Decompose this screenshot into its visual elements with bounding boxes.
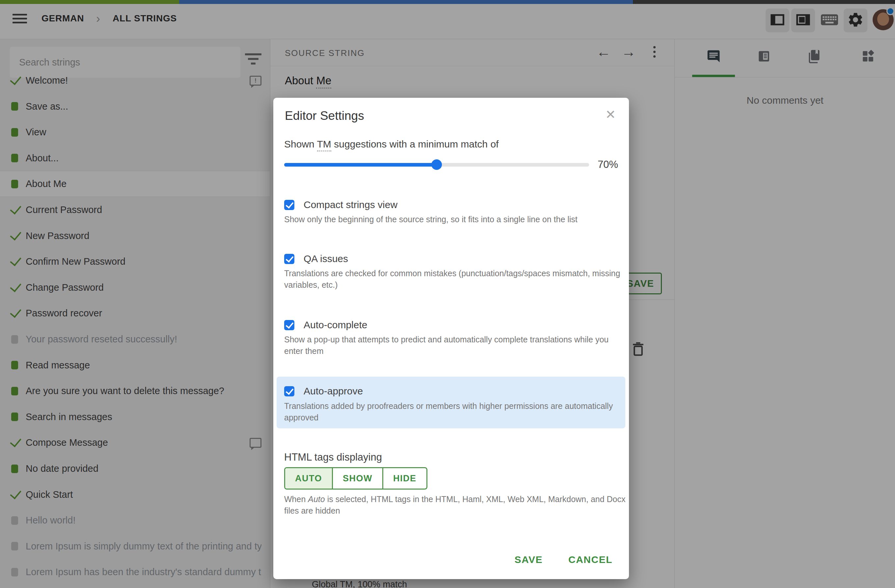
desc-before: When <box>284 494 308 504</box>
desc-after: is selected, HTML tags in the HTML, Haml… <box>284 494 626 515</box>
setting-description: Show a pop-up that attempts to predict a… <box>284 334 626 357</box>
segment-show[interactable]: SHOW <box>332 468 382 489</box>
checkbox-auto-approve[interactable] <box>284 386 294 396</box>
setting-label: Auto-approve <box>303 385 363 397</box>
close-icon[interactable]: ✕ <box>605 108 616 121</box>
html-tags-segmented-control: AUTO SHOW HIDE <box>284 467 428 489</box>
setting-description: Translations added by proofreaders or me… <box>284 400 613 423</box>
editor-settings-dialog: Editor Settings ✕ Shown TM suggestions w… <box>273 98 629 579</box>
checkbox-compact-strings[interactable] <box>284 200 294 210</box>
setting-label: QA issues <box>303 253 348 264</box>
tm-term[interactable]: TM <box>317 139 331 152</box>
setting-auto-complete: Auto-complete <box>284 319 367 330</box>
checkbox-auto-complete[interactable] <box>284 320 294 330</box>
segment-auto[interactable]: AUTO <box>285 468 332 489</box>
html-tags-description: When Auto is selected, HTML tags in the … <box>284 494 626 517</box>
desc-italic: Auto <box>308 494 325 504</box>
tm-label-before: Shown <box>284 139 317 150</box>
tm-slider-label: Shown TM suggestions with a minimum matc… <box>284 139 499 150</box>
setting-auto-approve: Auto-approve <box>284 385 363 397</box>
cancel-button[interactable]: CANCEL <box>568 554 613 565</box>
dialog-actions: SAVE CANCEL <box>515 550 613 570</box>
checkbox-qa-issues[interactable] <box>284 254 294 264</box>
tm-match-slider[interactable] <box>284 163 589 167</box>
segment-hide[interactable]: HIDE <box>382 468 426 489</box>
setting-qa-issues: QA issues <box>284 253 348 264</box>
save-button[interactable]: SAVE <box>515 554 543 565</box>
html-tags-heading: HTML tags displaying <box>284 452 382 463</box>
setting-description: Show only the beginning of the source st… <box>284 214 626 225</box>
setting-label: Compact strings view <box>303 199 397 211</box>
editor-screen: GERMAN › ALL STRINGS <box>0 0 895 588</box>
slider-value: 70% <box>598 159 618 171</box>
setting-description: Translations are checked for common mist… <box>284 268 626 291</box>
slider-thumb[interactable] <box>431 159 442 170</box>
setting-label: Auto-complete <box>303 319 367 330</box>
setting-compact-strings: Compact strings view <box>284 199 397 211</box>
dialog-title: Editor Settings <box>285 109 364 123</box>
slider-fill <box>284 163 437 167</box>
tm-label-after: suggestions with a minimum match of <box>331 139 499 150</box>
